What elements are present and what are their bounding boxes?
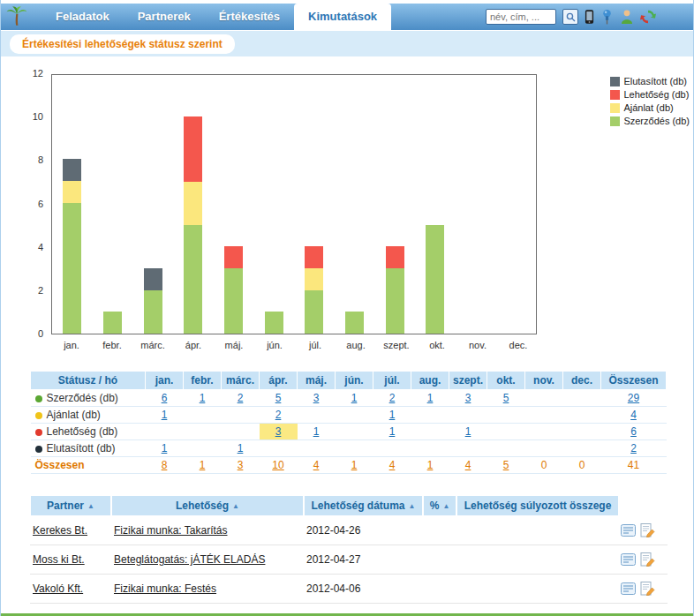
partner-link[interactable]: Vakoló Kft. — [33, 582, 83, 595]
bar-stack — [265, 312, 283, 334]
user-icon[interactable] — [620, 9, 634, 25]
status-cell-link[interactable]: 5 — [503, 392, 509, 404]
status-cell-link[interactable]: 29 — [628, 392, 639, 404]
status-total-cell: 1 — [411, 457, 449, 474]
chart-plot — [51, 74, 537, 334]
status-cell-link[interactable]: 2 — [238, 392, 244, 404]
edit-icon[interactable] — [640, 523, 655, 537]
app-logo-icon[interactable] — [5, 4, 28, 31]
status-cell — [487, 407, 525, 424]
opp-header-[interactable]: %▲ — [423, 495, 456, 516]
status-total-link[interactable]: 1 — [427, 459, 434, 471]
opportunity-link[interactable]: Fizikai munka: Takarítás — [114, 524, 228, 537]
y-axis-label: 6 — [1, 199, 43, 209]
opportunity-link[interactable]: Fizikai munka: Festés — [114, 582, 216, 595]
status-cell: 1 — [411, 390, 449, 407]
status-total-link[interactable]: 3 — [238, 459, 244, 471]
bar-stack — [63, 159, 81, 334]
partner-cell: Vakoló Kft. — [30, 582, 111, 595]
opp-header-lehetoseg[interactable]: Lehetőség▲ — [111, 495, 304, 516]
status-cell-link[interactable]: 1 — [313, 425, 320, 438]
status-cell — [525, 424, 563, 440]
partner-link[interactable]: Moss ki Bt. — [33, 553, 85, 566]
status-cell-link[interactable]: 6 — [162, 392, 168, 404]
status-total-link[interactable]: 1 — [200, 459, 206, 471]
status-cell: 3 — [260, 424, 298, 440]
status-total-link[interactable]: 4 — [389, 459, 396, 471]
status-total-cell: 1 — [336, 457, 373, 474]
opp-header-lehetoseg-sulyozott-osszege[interactable]: Lehetőség súlyozott összege — [456, 495, 619, 516]
status-total-cell: 8 — [146, 457, 184, 474]
edit-icon[interactable] — [640, 582, 655, 596]
status-cell — [184, 440, 222, 457]
search-input[interactable] — [486, 9, 556, 25]
opportunity-link[interactable]: Beteglátogatás: jÁTÉK ELADÁS — [114, 553, 265, 566]
status-total-link[interactable]: 4 — [465, 459, 471, 471]
status-cell-link[interactable]: 1 — [389, 425, 396, 438]
status-header-cell: szept. — [449, 372, 487, 390]
y-axis-label: 4 — [1, 242, 43, 252]
status-total-link[interactable]: 5 — [503, 459, 509, 471]
status-total-cell: 0 — [525, 457, 563, 474]
nav-tab-partnerek[interactable]: Partnerek — [124, 4, 205, 30]
status-total-link[interactable]: 10 — [272, 459, 283, 471]
pin-icon[interactable] — [600, 9, 614, 25]
status-cell-link[interactable]: 1 — [238, 442, 244, 454]
bar-segment-szerzodes-db — [345, 312, 364, 334]
x-axis-label: jan. — [51, 340, 92, 350]
status-total-link[interactable]: 1 — [351, 459, 358, 471]
status-cell-link[interactable]: 2 — [275, 409, 282, 421]
status-cell — [411, 407, 449, 424]
status-cell-link[interactable]: 1 — [351, 392, 358, 404]
legend-label: Elutasított (db) — [623, 76, 687, 86]
status-cell: 2 — [260, 407, 298, 424]
refresh-icon[interactable] — [640, 9, 656, 25]
status-cell-link[interactable]: 1 — [465, 425, 471, 438]
legend-item-lehetoseg-db: Lehetőség (db) — [610, 89, 690, 100]
note-icon[interactable] — [621, 582, 636, 596]
bar-stack — [144, 268, 162, 334]
status-cell-link[interactable]: 1 — [389, 409, 396, 421]
nav-tab-feladatok[interactable]: Feladatok — [41, 4, 124, 30]
status-cell-link[interactable]: 1 — [427, 392, 434, 404]
opp-header-lehetoseg-datuma[interactable]: Lehetőség dátuma▲ — [304, 495, 423, 516]
status-cell — [222, 407, 260, 424]
status-cell-link[interactable]: 6 — [630, 425, 637, 438]
bar-segment-szerzodes-db — [426, 225, 444, 334]
status-cell — [449, 440, 487, 457]
status-total-link[interactable]: 8 — [162, 459, 168, 471]
phone-icon[interactable] — [585, 9, 594, 25]
bar-segment-szerzodes-db — [224, 268, 243, 334]
y-axis-label: 2 — [1, 285, 43, 296]
opportunity-table-rows: Kerekes Bt.Fizikai munka: Takarítás2012-… — [30, 516, 668, 604]
bar-column-maj — [214, 246, 254, 334]
status-cell-link[interactable]: 1 — [162, 409, 168, 421]
status-cell-link[interactable]: 1 — [162, 442, 168, 454]
navbar-right — [486, 9, 656, 25]
row-actions — [571, 582, 668, 596]
note-icon[interactable] — [621, 552, 636, 567]
status-cell-link[interactable]: 3 — [275, 425, 282, 438]
status-chart: 024681012 jan.febr.márc.ápr.máj.jún.júl.… — [1, 64, 693, 362]
nav-tab-kimutatasok[interactable]: Kimutatások — [294, 4, 391, 30]
status-cell-link[interactable]: 4 — [630, 409, 637, 421]
status-cell — [222, 424, 260, 440]
partner-link[interactable]: Kerekes Bt. — [33, 524, 87, 537]
status-cell — [373, 440, 411, 457]
status-table-head: Státusz / hójan.febr.márc.ápr.máj.jún.jú… — [31, 372, 667, 390]
search-button[interactable] — [562, 9, 578, 25]
status-cell-link[interactable]: 2 — [389, 392, 396, 404]
note-icon[interactable] — [621, 523, 636, 537]
opp-header-partner[interactable]: Partner▲ — [30, 495, 111, 516]
opportunity-row: Vakoló Kft.Fizikai munka: Festés2012-04-… — [30, 575, 668, 604]
bar-segment-szerzodes-db — [184, 225, 202, 334]
status-cell-link[interactable]: 5 — [275, 392, 282, 404]
status-cell-link[interactable]: 2 — [630, 442, 637, 454]
status-cell-link[interactable]: 3 — [465, 392, 471, 404]
status-cell-link[interactable]: 3 — [313, 392, 320, 404]
status-total-link[interactable]: 4 — [313, 459, 320, 471]
status-cell-link[interactable]: 1 — [200, 392, 206, 404]
nav-tab-ertekesites[interactable]: Értékesítés — [205, 4, 294, 30]
edit-icon[interactable] — [640, 552, 655, 567]
page: FeladatokPartnerekÉrtékesítésKimutatások — [0, 0, 694, 616]
